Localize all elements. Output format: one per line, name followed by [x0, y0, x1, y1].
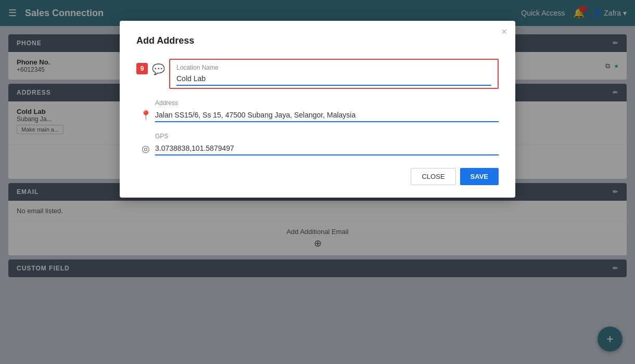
location-name-input[interactable] — [176, 72, 491, 86]
add-address-modal: × Add Address 9 💬 Location Name 📍 Addres… — [120, 21, 515, 198]
address-field: Address — [155, 99, 499, 122]
modal-overlay: × Add Address 9 💬 Location Name 📍 Addres… — [0, 0, 635, 364]
chat-icon: 💬 — [152, 63, 165, 75]
badge-9: 9 — [136, 63, 148, 74]
close-button[interactable]: CLOSE — [411, 168, 455, 185]
location-pin-icon: 📍 — [136, 99, 155, 121]
address-input[interactable] — [155, 109, 499, 122]
modal-title: Add Address — [136, 35, 499, 46]
gps-field: GPS — [155, 133, 499, 155]
gps-input[interactable] — [155, 142, 499, 155]
modal-footer: CLOSE SAVE — [136, 168, 499, 185]
save-button[interactable]: SAVE — [460, 168, 499, 185]
location-name-field: Location Name — [169, 59, 499, 89]
gps-icon: ◎ — [136, 133, 155, 154]
modal-close-x-button[interactable]: × — [501, 27, 507, 36]
gps-field-label: GPS — [155, 133, 499, 140]
address-row: 📍 Address — [136, 99, 499, 122]
address-field-label: Address — [155, 99, 499, 107]
gps-row: ◎ GPS — [136, 133, 499, 155]
location-name-row: 9 💬 Location Name — [136, 59, 499, 89]
location-name-highlighted-wrapper: Location Name — [169, 59, 499, 89]
location-name-label: Location Name — [176, 64, 491, 71]
